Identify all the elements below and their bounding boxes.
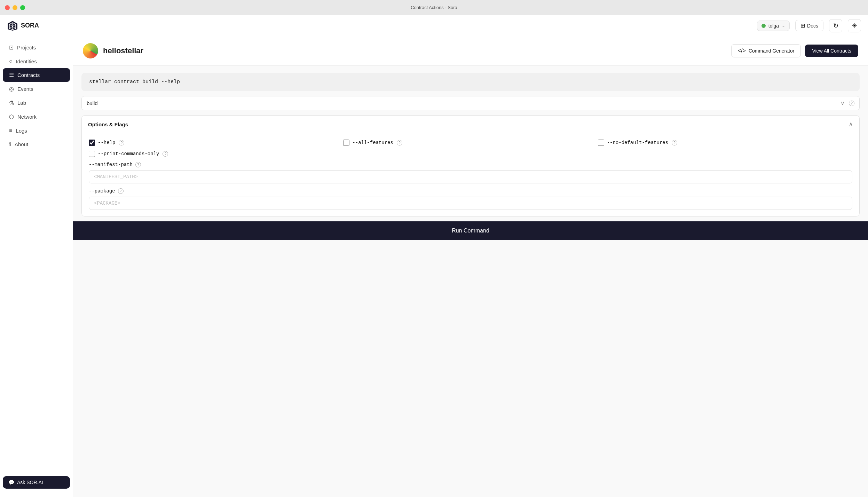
sidebar-item-about[interactable]: ℹ About	[3, 137, 70, 151]
sidebar-item-label-contracts: Contracts	[17, 72, 40, 78]
sidebar-item-label-about: About	[15, 141, 28, 147]
help-icon-all-features[interactable]: ?	[397, 140, 402, 145]
topbar-right: tolga ⌄ ⊞ Docs ↻ ☀	[757, 19, 861, 32]
command-generator-label: Command Generator	[749, 48, 795, 54]
sidebar-item-label-network: Network	[17, 114, 37, 120]
about-icon: ℹ	[9, 141, 11, 148]
lab-icon: ⚗	[9, 100, 14, 106]
sidebar-item-label-logs: Logs	[16, 128, 27, 134]
manifest-path-label-text: --manifest-path	[89, 162, 133, 167]
logo-icon	[7, 20, 18, 31]
collapse-icon[interactable]: ∧	[849, 120, 853, 128]
chevron-down-icon: ⌄	[782, 23, 785, 28]
identities-icon: ○	[9, 58, 13, 64]
user-name: tolga	[768, 23, 779, 29]
refresh-button[interactable]: ↻	[829, 19, 842, 32]
contract-header: hellostellar </> Command Generator View …	[73, 36, 868, 66]
checkbox-all-features[interactable]	[343, 140, 349, 146]
sidebar-item-logs[interactable]: ≡ Logs	[3, 124, 70, 137]
view-all-contracts-button[interactable]: View All Contracts	[805, 45, 858, 57]
view-all-label: View All Contracts	[812, 48, 851, 54]
command-text: stellar contract build --help	[89, 79, 180, 85]
command-select[interactable]: build ∨ ?	[81, 96, 860, 110]
sidebar-item-identities[interactable]: ○ Identities	[3, 55, 70, 68]
chat-icon: 💬	[8, 480, 14, 485]
logs-icon: ≡	[9, 127, 12, 134]
contract-avatar	[83, 43, 98, 58]
options-section: Options & Flags ∧ --help ? --all-featur	[81, 115, 860, 216]
help-icon-manifest-path[interactable]: ?	[135, 162, 141, 167]
command-display: stellar contract build --help	[81, 73, 860, 91]
minimize-button[interactable]	[13, 5, 17, 10]
refresh-icon: ↻	[833, 22, 838, 30]
contracts-icon: ☰	[9, 72, 14, 78]
events-icon: ◎	[9, 86, 14, 92]
sidebar-item-label-lab: Lab	[17, 100, 26, 106]
checkbox-all-features-label: --all-features	[352, 140, 393, 145]
manifest-path-label: --manifest-path ?	[89, 162, 852, 167]
app-logo: SORA	[7, 20, 39, 31]
sidebar-item-projects[interactable]: ⊡ Projects	[3, 41, 70, 54]
sidebar-item-lab[interactable]: ⚗ Lab	[3, 96, 70, 110]
main-content: hellostellar </> Command Generator View …	[73, 36, 868, 497]
command-generator-button[interactable]: </> Command Generator	[731, 44, 801, 57]
sidebar-item-label-projects: Projects	[17, 45, 36, 50]
app-name: SORA	[21, 22, 39, 29]
maximize-button[interactable]	[20, 5, 25, 10]
command-dropdown-row: build ∨ ?	[81, 96, 860, 110]
options-title: Options & Flags	[88, 121, 128, 127]
docs-button[interactable]: ⊞ Docs	[795, 20, 823, 31]
checkbox-print-commands-only[interactable]	[89, 151, 95, 157]
contract-name: hellostellar	[103, 46, 143, 55]
window-controls	[5, 5, 25, 10]
help-icon-help[interactable]: ?	[119, 140, 124, 145]
sidebar: ⊡ Projects ○ Identities ☰ Contracts ◎ Ev…	[0, 36, 73, 497]
theme-button[interactable]: ☀	[848, 19, 861, 32]
run-command-bar[interactable]: Run Command	[73, 221, 868, 240]
checkboxes-row-2: --print-commands-only ?	[89, 151, 852, 157]
checkbox-help[interactable]	[89, 140, 95, 146]
help-icon-print-commands-only[interactable]: ?	[163, 151, 168, 157]
header-actions: </> Command Generator View All Contracts	[731, 44, 858, 57]
help-icon-no-default-features[interactable]: ?	[672, 140, 677, 145]
manifest-path-input[interactable]	[89, 170, 852, 183]
checkbox-no-default-features-label: --no-default-features	[607, 140, 668, 145]
topbar: SORA tolga ⌄ ⊞ Docs ↻ ☀	[0, 15, 868, 36]
ask-sorai-button[interactable]: 💬 Ask SOR.AI	[3, 476, 70, 489]
network-icon: ⬡	[9, 113, 14, 120]
package-label: --package ?	[89, 188, 852, 194]
checkbox-item-help: --help ?	[89, 140, 343, 146]
help-icon[interactable]: ?	[849, 101, 854, 106]
theme-icon: ☀	[852, 22, 857, 30]
package-label-text: --package	[89, 188, 115, 194]
titlebar: Contract Actions - Sora	[0, 0, 868, 15]
ask-sorai-label: Ask SOR.AI	[17, 480, 43, 485]
sidebar-item-events[interactable]: ◎ Events	[3, 82, 70, 96]
checkbox-no-default-features[interactable]	[598, 140, 604, 146]
select-value: build	[87, 100, 841, 106]
options-header: Options & Flags ∧	[82, 116, 859, 133]
window-title: Contract Actions - Sora	[411, 5, 457, 10]
package-input[interactable]	[89, 197, 852, 210]
projects-icon: ⊡	[9, 44, 14, 51]
run-command-label: Run Command	[452, 228, 489, 234]
checkbox-print-commands-only-label: --print-commands-only	[98, 151, 159, 157]
sidebar-bottom: 💬 Ask SOR.AI	[0, 472, 73, 493]
checkbox-help-label: --help	[98, 140, 115, 145]
help-icon-package[interactable]: ?	[118, 188, 124, 194]
checkbox-item-print-commands-only: --print-commands-only ?	[89, 151, 852, 157]
docs-label: Docs	[807, 23, 818, 29]
chevron-down-icon: ∨	[841, 100, 845, 106]
user-avatar-dot	[762, 24, 766, 28]
code-icon: </>	[738, 48, 746, 54]
field-package: --package ?	[89, 188, 852, 210]
docs-icon: ⊞	[800, 22, 805, 29]
checkboxes-row-1: --help ? --all-features ? --no-default-f…	[89, 140, 852, 146]
checkbox-item-all-features: --all-features ?	[343, 140, 598, 146]
contract-title-area: hellostellar	[83, 43, 143, 58]
sidebar-item-contracts[interactable]: ☰ Contracts	[3, 68, 70, 82]
user-selector[interactable]: tolga ⌄	[757, 21, 790, 31]
select-icons: ∨ ?	[841, 100, 854, 106]
sidebar-item-network[interactable]: ⬡ Network	[3, 110, 70, 124]
close-button[interactable]	[5, 5, 10, 10]
